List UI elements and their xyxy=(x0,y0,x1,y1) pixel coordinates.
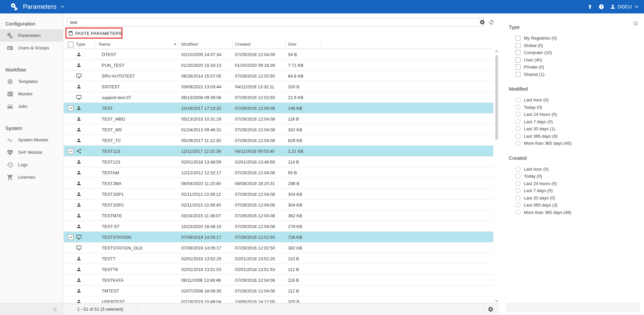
scroll-up-icon[interactable] xyxy=(495,49,499,53)
radio-button[interactable] xyxy=(515,188,521,193)
filter-option[interactable]: Private (0) xyxy=(506,63,644,71)
table-row[interactable]: TEST_MBO 05/13/2015 10:31:29 07/29/2016 … xyxy=(64,114,493,124)
filter-option[interactable]: More than 365 days (48) xyxy=(506,209,644,216)
radio-button[interactable] xyxy=(515,210,521,215)
account-menu[interactable]: DOCU xyxy=(610,4,639,10)
column-header-created[interactable]: Created xyxy=(235,42,250,47)
checkbox[interactable] xyxy=(515,36,521,41)
chevron-down-icon[interactable] xyxy=(60,4,65,9)
filter-option[interactable]: User (40) xyxy=(506,56,644,64)
filter-option[interactable]: Last 30 days (0) xyxy=(506,194,644,202)
filter-option[interactable]: Today (0) xyxy=(506,104,644,111)
close-icon[interactable] xyxy=(633,21,638,26)
filter-option[interactable]: Shared (1) xyxy=(506,71,644,78)
paste-parameters-button[interactable]: PASTE PARAMETERS xyxy=(68,29,122,37)
radio-button[interactable] xyxy=(515,203,521,208)
table-row[interactable]: SSITEST 03/09/2021 13:03:44 04/11/2019 1… xyxy=(64,81,493,92)
checkbox[interactable] xyxy=(515,50,521,55)
column-header-modified[interactable]: Modified xyxy=(181,42,198,47)
table-row[interactable]: TESTKATA 09/11/2006 13:48:46 07/29/2016 … xyxy=(64,275,493,285)
filter-option[interactable]: Last 7 days (0) xyxy=(506,118,644,126)
column-header-name[interactable]: Name xyxy=(99,42,110,47)
upload-icon[interactable] xyxy=(587,4,593,10)
table-row[interactable]: support-test-07 06/13/2008 09:39:06 07/2… xyxy=(64,92,493,103)
table-row[interactable]: USERTEST 07/19/2019 10:49:04 10/05/2018 … xyxy=(64,296,493,303)
checkbox[interactable] xyxy=(515,57,521,62)
sidebar-item[interactable]: Monitor xyxy=(0,88,63,100)
sidebar-item[interactable]: System Monitor xyxy=(0,134,63,146)
sidebar-item[interactable]: Users & Groups xyxy=(0,42,63,54)
radio-button[interactable] xyxy=(515,174,521,179)
radio-button[interactable] xyxy=(515,126,521,131)
sidebar-item[interactable]: SAF Monitor xyxy=(0,146,63,159)
table-row[interactable]: SRV-AUTOTEST 06/26/2014 15:07:05 07/29/2… xyxy=(64,71,493,81)
filter-option[interactable]: Today (0) xyxy=(506,173,644,180)
checkbox[interactable] xyxy=(515,72,521,77)
table-row[interactable]: TESTSTATION_OLD 07/09/2019 14:05:17 07/2… xyxy=(64,242,493,253)
checkbox[interactable] xyxy=(515,64,521,70)
filter-option[interactable]: More than 365 days (45) xyxy=(506,140,644,147)
filter-option[interactable]: Last 365 days (3) xyxy=(506,201,644,209)
filter-option[interactable]: Last 365 days (6) xyxy=(506,133,644,140)
radio-button[interactable] xyxy=(515,112,521,117)
sidebar-item[interactable]: Templates xyxy=(0,75,63,88)
double-chevron-left-icon[interactable]: « xyxy=(53,306,57,313)
row-checkbox[interactable] xyxy=(68,234,73,240)
radio-button[interactable] xyxy=(515,97,521,102)
table-row[interactable]: TESTT6 02/01/2018 13:51:53 02/01/2018 13… xyxy=(64,264,493,275)
table-row[interactable]: TEST_TC 05/29/2017 11:12:30 07/29/2016 1… xyxy=(64,135,493,146)
filter-option[interactable]: Global (0) xyxy=(506,42,644,49)
radio-button[interactable] xyxy=(515,141,521,146)
row-checkbox[interactable] xyxy=(68,148,73,154)
row-created: 07/29/2016 12:04:08 xyxy=(235,213,275,218)
sidebar-item[interactable]: Parameters xyxy=(0,29,63,42)
table-row[interactable]: TESTMTE 03/24/2015 11:38:07 07/29/2016 1… xyxy=(64,210,493,221)
refresh-icon[interactable] xyxy=(489,19,494,25)
sidebar-item[interactable]: Logs xyxy=(0,159,63,171)
table-row[interactable]: TEST123 12/11/2017 12:31:39 04/11/2018 0… xyxy=(64,146,493,156)
table-row[interactable]: TEST 10/19/2017 17:23:32 07/29/2016 12:0… xyxy=(64,103,493,114)
select-all-checkbox[interactable] xyxy=(68,42,73,47)
row-name: SRV-AUTOTEST xyxy=(102,73,135,78)
scrollbar-thumb[interactable] xyxy=(495,55,498,140)
table-row[interactable]: TMTEST 02/07/2008 18:08:35 07/29/2016 12… xyxy=(64,285,493,296)
table-row[interactable]: TESTT 02/01/2018 13:52:25 02/01/2018 13:… xyxy=(64,253,493,264)
filter-option[interactable]: Last 24 hours (0) xyxy=(506,111,644,118)
radio-button[interactable] xyxy=(515,119,521,124)
filter-option[interactable]: Last hour (0) xyxy=(506,166,644,173)
radio-button[interactable] xyxy=(515,105,521,110)
table-row[interactable]: TESTJOP2 02/11/2013 13:39:40 07/29/2016 … xyxy=(64,199,493,210)
table-row[interactable]: TEST123 02/01/2018 13:48:59 02/01/2018 1… xyxy=(64,156,493,167)
sort-dropdown-icon[interactable] xyxy=(172,42,178,47)
column-header-size[interactable]: Size xyxy=(288,42,296,47)
filter-option[interactable]: My Registries (0) xyxy=(506,35,644,42)
help-icon[interactable] xyxy=(598,4,604,10)
vertical-scrollbar[interactable] xyxy=(494,49,499,303)
filter-option[interactable]: Last 24 hours (0) xyxy=(506,180,644,187)
filter-option[interactable]: Last hour (0) xyxy=(506,96,644,104)
sidebar-item[interactable]: Jobs xyxy=(0,100,63,113)
row-checkbox[interactable] xyxy=(68,105,73,111)
column-header-type[interactable]: Type xyxy=(76,42,85,47)
table-row[interactable]: TEST-ST 10/23/2020 16:46:15 07/29/2016 1… xyxy=(64,221,493,232)
checkbox[interactable] xyxy=(515,43,521,48)
radio-button[interactable] xyxy=(515,167,521,172)
gear-icon[interactable] xyxy=(488,306,494,312)
radio-button[interactable] xyxy=(515,195,521,200)
table-row[interactable]: TEST_MS 01/24/2013 09:46:31 07/29/2016 1… xyxy=(64,124,493,135)
table-row[interactable]: ÖTEST 02/10/2005 14:07:34 07/29/2016 12:… xyxy=(64,49,493,60)
table-row[interactable]: TESTSTATION 07/09/2019 14:05:17 07/29/20… xyxy=(64,232,493,242)
filter-option[interactable]: Last 30 days (1) xyxy=(506,125,644,133)
scroll-down-icon[interactable] xyxy=(495,299,499,303)
filter-option[interactable]: Last 7 days (0) xyxy=(506,187,644,194)
table-row[interactable]: PUN_TEST 01/20/2020 15:33:13 01/20/2020 … xyxy=(64,60,493,71)
table-row[interactable]: TESTJMA 08/04/2020 11:15:40 08/08/2018 1… xyxy=(64,178,493,189)
sidebar-item[interactable]: Licenses xyxy=(0,171,63,183)
table-row[interactable]: TESTJOP1 02/11/2013 13:39:12 07/29/2016 … xyxy=(64,189,493,199)
radio-button[interactable] xyxy=(515,134,521,139)
clear-search-icon[interactable] xyxy=(480,19,485,25)
filter-option[interactable]: Computer (10) xyxy=(506,49,644,56)
radio-button[interactable] xyxy=(515,181,521,186)
table-row[interactable]: TESTAM 12/12/2012 12:32:17 07/29/2016 12… xyxy=(64,167,493,178)
search-input[interactable] xyxy=(67,18,484,27)
